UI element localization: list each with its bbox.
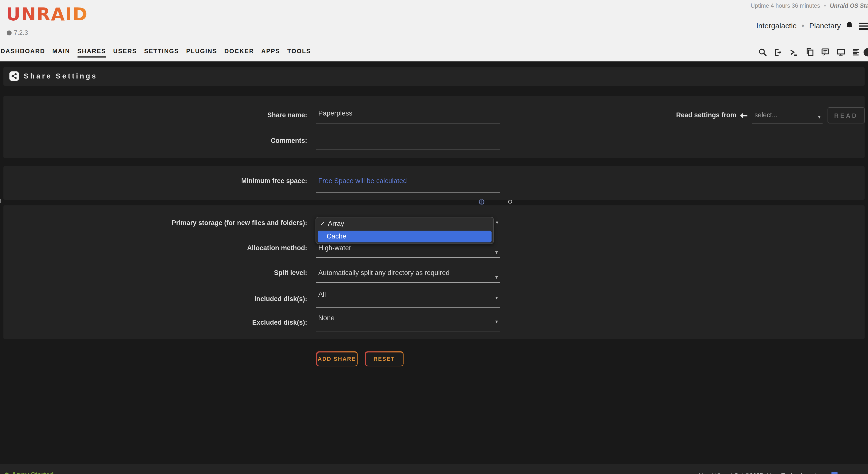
comments-input[interactable] [316, 136, 500, 149]
comments-label: Comments: [0, 137, 307, 144]
page-title: Share Settings [24, 72, 97, 80]
status-dot-icon [4, 473, 9, 474]
terminal-icon[interactable] [789, 48, 798, 57]
nav-apps[interactable]: APPS [261, 48, 280, 58]
split-level-select[interactable]: Automatically split any directory as req… [316, 269, 500, 283]
server-description: Planetary [809, 22, 841, 30]
crosshair-icon [478, 199, 485, 205]
uptime-label: Uptime 4 hours 36 minutes • Unraid OS St… [751, 2, 868, 9]
allocation-method-select[interactable]: High-water ▼ [316, 244, 500, 258]
page-title-bar: Share Settings [3, 67, 865, 86]
monitor-icon[interactable] [836, 48, 845, 57]
primary-storage-dropdown: ✓Array Cache [315, 217, 494, 244]
nav-shares[interactable]: SHARES [77, 48, 106, 58]
share-icon [9, 71, 19, 81]
logout-icon[interactable] [774, 48, 782, 57]
server-name-row: Intergalactic ● Planetary [756, 22, 841, 30]
option-cache[interactable]: Cache [318, 231, 491, 242]
chevron-down-icon: ▼ [494, 250, 499, 255]
chevron-down-icon: ▼ [494, 319, 499, 324]
edge-tick [0, 199, 1, 203]
included-disks-select[interactable]: All ▼ [316, 291, 500, 308]
notifications-bell-icon[interactable] [845, 21, 854, 30]
log-icon[interactable] [852, 48, 861, 57]
nav-plugins[interactable]: PLUGINS [186, 48, 217, 58]
read-settings-select[interactable]: select... ▼ [752, 109, 823, 124]
menu-icon[interactable] [859, 23, 868, 31]
share-name-label: Share name: [0, 111, 307, 119]
chevron-down-icon: ▼ [495, 220, 499, 225]
option-array[interactable]: ✓Array [320, 219, 344, 227]
nav-users[interactable]: USERS [113, 48, 137, 58]
array-status: Array Started [4, 471, 54, 474]
feedback-icon[interactable] [821, 48, 830, 57]
reset-button[interactable]: RESET [365, 351, 404, 366]
nav-dashboard[interactable]: DASHBOARD [0, 48, 45, 58]
os-edition-label: Unraid OS Starter [830, 2, 868, 9]
copyright: Unraid® webGui ©2025, Lime Technology, I… [699, 472, 825, 474]
excluded-disks-select[interactable]: None ▼ [316, 314, 500, 331]
primary-storage-label: Primary storage (for new files and folde… [0, 219, 307, 227]
min-free-space-input[interactable]: Free Space will be calculated [316, 177, 500, 193]
unraid-logo[interactable]: UNRAID [6, 4, 88, 25]
read-button[interactable]: READ [828, 107, 865, 124]
search-icon[interactable] [758, 48, 767, 57]
allocation-method-label: Allocation method: [0, 244, 307, 252]
circle-icon [508, 200, 512, 204]
chevron-down-icon: ▼ [817, 114, 822, 120]
chevron-down-icon: ▼ [494, 275, 499, 280]
chevron-down-icon: ▼ [494, 295, 499, 300]
nav-tools[interactable]: TOOLS [287, 48, 311, 58]
version-icon [7, 30, 12, 35]
version-label: 7.2.3 [7, 29, 28, 36]
nav-settings[interactable]: SETTINGS [144, 48, 179, 58]
read-settings-label: Read settings from [626, 111, 736, 119]
included-disks-label: Included disk(s): [0, 295, 307, 303]
arrow-left-icon [740, 112, 748, 119]
share-name-input[interactable]: Paperpless [316, 109, 500, 124]
split-level-label: Split level: [0, 269, 307, 276]
excluded-disks-label: Excluded disk(s): [0, 319, 307, 327]
nav-docker[interactable]: DOCKER [224, 48, 254, 58]
add-share-button[interactable]: ADD SHARE [316, 351, 358, 366]
server-name[interactable]: Intergalactic [756, 22, 797, 30]
footer-link-chip[interactable] [832, 472, 837, 474]
nav-main[interactable]: MAIN [52, 48, 70, 58]
min-free-space-label: Minimum free space: [0, 177, 307, 185]
copy-icon[interactable] [805, 48, 814, 57]
main-nav: DASHBOARD MAIN SHARES USERS SETTINGS PLU… [0, 48, 311, 58]
